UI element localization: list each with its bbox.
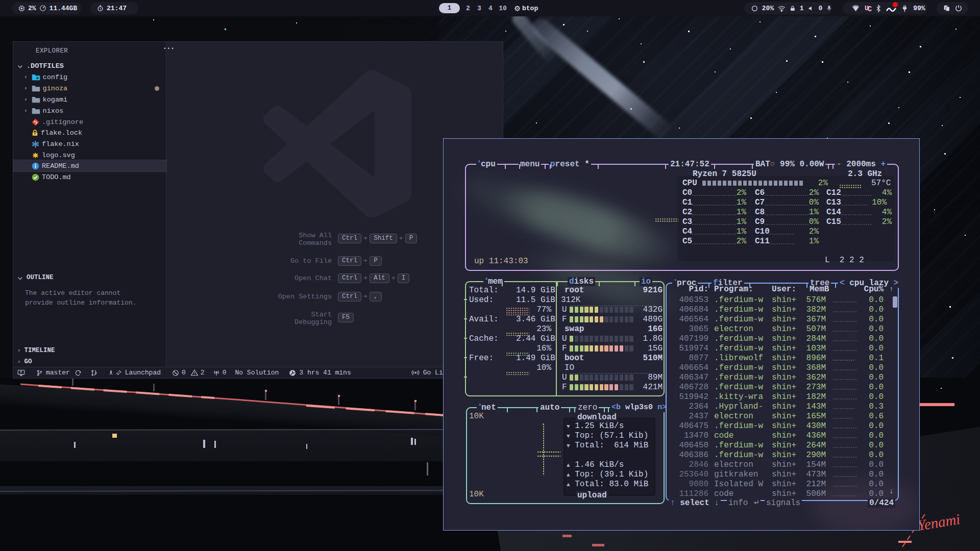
svg-text:Yenami: Yenami xyxy=(916,511,961,534)
